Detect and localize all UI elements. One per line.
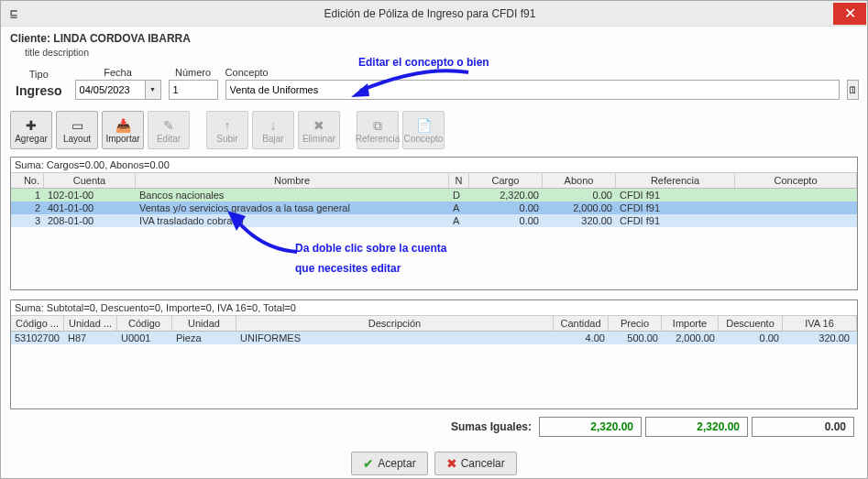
- check-icon: ✔: [363, 456, 374, 471]
- window-frame: ⊑ Edición de Póliza de Ingreso para CFDI…: [0, 0, 868, 479]
- client-line: Cliente: LINDA CORDOVA IBARRA: [10, 30, 858, 47]
- client-name: LINDA CORDOVA IBARRA: [53, 32, 191, 45]
- calendar-button[interactable]: 🗓: [847, 80, 859, 100]
- window-title: Edición de Póliza de Ingreso para CFDI f…: [27, 7, 833, 20]
- layout-button[interactable]: ▭Layout: [56, 111, 98, 149]
- layout-icon: ▭: [71, 117, 83, 134]
- referencia-button[interactable]: ⧉Referencia: [357, 111, 399, 149]
- table-row[interactable]: 53102700 H87 U0001 Pieza UNIFORMES 4.00 …: [11, 332, 857, 344]
- col-unidad[interactable]: Unidad ...: [64, 316, 117, 331]
- concepto-button[interactable]: 📄Concepto: [402, 111, 445, 149]
- concept-icon: 📄: [416, 117, 432, 134]
- col-descripcion[interactable]: Descripción: [236, 316, 554, 331]
- editar-button[interactable]: ✎Editar: [148, 111, 190, 149]
- numero-label: Número: [175, 67, 211, 78]
- edit-icon: ✎: [163, 117, 174, 134]
- col-n[interactable]: N: [449, 173, 469, 188]
- plus-icon: ✚: [26, 117, 37, 134]
- agregar-button[interactable]: ✚Agregar: [10, 111, 52, 149]
- table-row[interactable]: 2 401-01-00 Ventas y/o servicios gravado…: [11, 201, 857, 214]
- totals-row: Sumas Iguales: 2,320.00 2,320.00 0.00: [10, 409, 858, 448]
- col-unidad2[interactable]: Unidad: [172, 316, 236, 331]
- cuentas-grid-body[interactable]: 1 102-01-00 Bancos nacionales D 2,320.00…: [11, 189, 857, 289]
- up-icon: ↑: [225, 117, 231, 134]
- aceptar-button[interactable]: ✔Aceptar: [351, 452, 427, 475]
- col-codigo[interactable]: Código ...: [11, 316, 64, 331]
- fecha-input[interactable]: [75, 80, 145, 100]
- col-concepto[interactable]: Concepto: [735, 173, 857, 188]
- total-cargos: 2,320.00: [539, 417, 642, 437]
- conceptos-grid-header: Código ... Unidad ... Código Unidad Desc…: [11, 316, 857, 332]
- down-icon: ↓: [270, 117, 277, 134]
- col-nombre[interactable]: Nombre: [136, 173, 449, 188]
- annotation-dblclick-2: que necesites editar: [295, 262, 401, 275]
- cancelar-button[interactable]: ✖Cancelar: [434, 452, 517, 475]
- import-icon: 📥: [115, 117, 131, 134]
- col-codigo2[interactable]: Código: [117, 316, 172, 331]
- concepto-input[interactable]: [225, 80, 840, 100]
- total-abonos: 2,320.00: [645, 417, 748, 437]
- fecha-label: Fecha: [104, 67, 132, 78]
- cuentas-grid-header: No. Cuenta Nombre N Cargo Abono Referenc…: [11, 173, 857, 189]
- col-iva16[interactable]: IVA 16: [783, 316, 857, 331]
- subir-button[interactable]: ↑Subir: [206, 111, 248, 149]
- app-menu-icon[interactable]: ⊑: [1, 6, 27, 21]
- col-cantidad[interactable]: Cantidad: [554, 316, 609, 331]
- conceptos-grid-body[interactable]: 53102700 H87 U0001 Pieza UNIFORMES 4.00 …: [11, 332, 857, 408]
- dialog-buttons: ✔Aceptar ✖Cancelar: [10, 448, 858, 475]
- concepto-label: Concepto: [225, 67, 269, 78]
- conceptos-grid: Suma: Subtotal=0, Descuento=0, Importe=0…: [10, 299, 858, 409]
- annotation-dblclick-1: Da doble clic sobre la cuenta: [295, 242, 446, 255]
- x-icon: ✖: [446, 456, 457, 471]
- table-row[interactable]: 3 208-01-00 IVA trasladado cobrado A 0.0…: [11, 214, 857, 227]
- col-cuenta[interactable]: Cuenta: [44, 173, 136, 188]
- cuentas-suma-line: Suma: Cargos=0.00, Abonos=0.00: [11, 158, 857, 173]
- fecha-dropdown-button[interactable]: ▼: [145, 80, 161, 100]
- toolbar: ✚Agregar ▭Layout 📥Importar ✎Editar ↑Subi…: [10, 107, 858, 157]
- conceptos-suma-line: Suma: Subtotal=0, Descuento=0, Importe=0…: [11, 300, 857, 316]
- col-descuento[interactable]: Descuento: [719, 316, 783, 331]
- bajar-button[interactable]: ↓Bajar: [252, 111, 294, 149]
- col-precio[interactable]: Precio: [609, 316, 662, 331]
- col-cargo[interactable]: Cargo: [469, 173, 543, 188]
- col-importe[interactable]: Importe: [662, 316, 719, 331]
- sumas-iguales-label: Sumas Iguales:: [451, 420, 532, 433]
- tipo-label: Tipo: [29, 69, 49, 80]
- total-diff: 0.00: [752, 417, 854, 437]
- reference-icon: ⧉: [373, 117, 382, 134]
- delete-icon: ✖: [313, 117, 324, 134]
- col-no[interactable]: No.: [11, 173, 44, 188]
- annotation-edit-concept: Editar el concepto o bien: [358, 56, 489, 69]
- numero-input[interactable]: [169, 80, 218, 100]
- form-row: Tipo Ingreso Fecha ▼ Número Concepto 🗓: [10, 65, 858, 107]
- table-row[interactable]: 1 102-01-00 Bancos nacionales D 2,320.00…: [11, 189, 857, 201]
- tipo-value: Ingreso: [10, 82, 68, 100]
- close-button[interactable]: ✕: [833, 3, 866, 25]
- col-abono[interactable]: Abono: [543, 173, 616, 188]
- cuentas-grid: Suma: Cargos=0.00, Abonos=0.00 No. Cuent…: [10, 157, 858, 290]
- titlebar: ⊑ Edición de Póliza de Ingreso para CFDI…: [1, 1, 867, 27]
- importar-button[interactable]: 📥Importar: [102, 111, 144, 149]
- client-label: Cliente:: [10, 32, 50, 45]
- eliminar-button[interactable]: ✖Eliminar: [298, 111, 340, 149]
- col-referencia[interactable]: Referencia: [616, 173, 735, 188]
